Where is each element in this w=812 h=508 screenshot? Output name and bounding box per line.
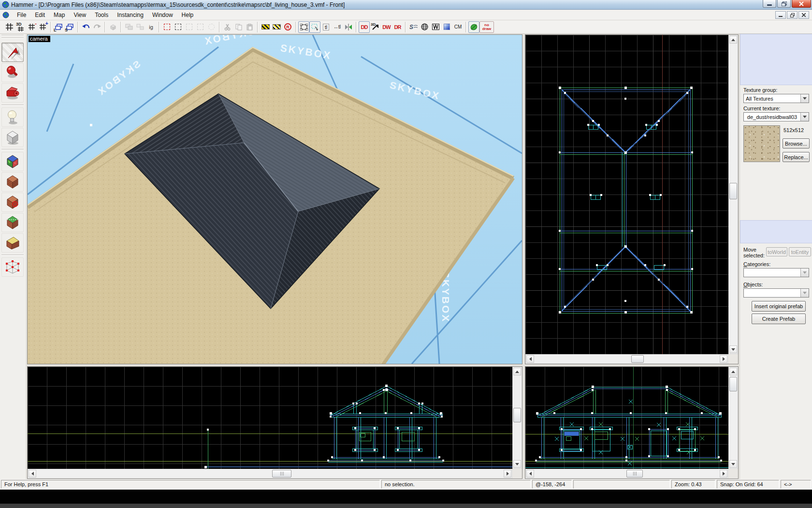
side-view-hscrollbar[interactable] xyxy=(525,469,728,478)
replace-button[interactable]: Replace... xyxy=(783,152,810,162)
entity-tool-button[interactable] xyxy=(1,107,24,127)
copy-button[interactable] xyxy=(233,21,244,33)
show-hidden-button[interactable] xyxy=(184,21,195,33)
run-map-dw-button[interactable]: DW xyxy=(381,21,392,33)
front-view-vscrollbar[interactable] xyxy=(512,367,522,469)
scroll-down-arrow[interactable] xyxy=(729,460,737,468)
foliage-tool-button[interactable] xyxy=(468,21,479,33)
vertex-handle[interactable] xyxy=(90,124,92,126)
insert-original-prefab-button[interactable]: Insert original prefab xyxy=(752,301,806,312)
scroll-left-arrow[interactable] xyxy=(526,470,534,478)
hide-unselected-button[interactable] xyxy=(173,21,184,33)
top-view-vscrollbar[interactable] xyxy=(728,35,738,354)
menu-file[interactable]: File xyxy=(13,10,30,20)
ignore-groups-button[interactable]: ig xyxy=(145,21,157,33)
objects-dropdown[interactable] xyxy=(743,288,809,298)
side-view-vscrollbar[interactable] xyxy=(728,367,738,469)
dropdown-arrow-icon[interactable] xyxy=(800,94,809,103)
viewport-3d-camera[interactable]: camera xyxy=(27,34,522,364)
scroll-thumb[interactable] xyxy=(729,377,737,391)
scroll-left-arrow[interactable] xyxy=(526,355,534,363)
carve-button[interactable] xyxy=(107,21,118,33)
menu-map[interactable]: Map xyxy=(49,10,69,20)
texture-fade-button[interactable] xyxy=(441,21,452,33)
menu-instancing[interactable]: Instancing xyxy=(113,10,148,20)
scroll-right-arrow[interactable] xyxy=(720,470,727,478)
menu-edit[interactable]: Edit xyxy=(30,10,49,20)
viewport-2d-top[interactable] xyxy=(525,34,739,364)
viewport-2d-front[interactable] xyxy=(27,366,522,479)
minimize-button[interactable] xyxy=(763,0,776,8)
load-window-state-button[interactable]: L xyxy=(53,21,64,33)
camera-view-canvas[interactable]: SKYBOX SKYBOX SKYBOX SKYBOX SKYBOX xyxy=(28,35,522,364)
nodraw-button[interactable]: no draw xyxy=(479,21,494,33)
block-tool-button[interactable] xyxy=(1,128,24,147)
side-view-canvas[interactable] xyxy=(525,367,728,469)
undo-button[interactable] xyxy=(80,21,91,33)
toggle-cordon-button[interactable] xyxy=(260,21,271,33)
close-button[interactable] xyxy=(792,0,811,8)
menu-view[interactable]: View xyxy=(69,10,90,20)
run-map-dd-button[interactable]: DD xyxy=(359,21,370,33)
marquee-select-button[interactable] xyxy=(309,21,320,33)
mdi-minimize-button[interactable] xyxy=(775,11,786,19)
show-all-button[interactable] xyxy=(206,21,217,33)
menu-tools[interactable]: Tools xyxy=(90,10,113,20)
apply-decals-tool-button[interactable] xyxy=(1,193,24,212)
top-view-canvas[interactable] xyxy=(525,35,728,354)
create-prefab-button[interactable]: Create Prefab xyxy=(752,314,806,324)
texture-scale-lock-button[interactable]: ↔tl xyxy=(332,21,343,33)
redo-button[interactable] xyxy=(91,21,102,33)
apply-current-texture-tool-button[interactable] xyxy=(1,172,24,192)
scroll-right-arrow[interactable] xyxy=(504,470,511,478)
larger-grid-button[interactable]: + xyxy=(37,21,48,33)
menu-help[interactable]: Help xyxy=(177,10,198,20)
model-browser-button[interactable] xyxy=(419,21,430,33)
smoothing-groups-button[interactable]: S xyxy=(408,21,419,33)
viewport-2d-side[interactable] xyxy=(525,366,739,479)
scroll-thumb[interactable] xyxy=(626,470,643,478)
flip-objects-button[interactable] xyxy=(343,21,354,33)
radius-culling-button[interactable]: R xyxy=(282,21,293,33)
toggle-3d-grid-button[interactable]: 3D xyxy=(15,21,26,33)
top-view-hscrollbar[interactable] xyxy=(525,354,728,364)
scroll-up-arrow[interactable] xyxy=(729,368,737,375)
scroll-down-arrow[interactable] xyxy=(729,345,737,353)
dropdown-arrow-icon[interactable] xyxy=(800,269,809,277)
clipping-tool-button[interactable] xyxy=(1,213,24,232)
scroll-right-arrow[interactable] xyxy=(720,355,727,363)
ungroup-button[interactable] xyxy=(134,21,145,33)
scroll-thumb[interactable] xyxy=(272,470,291,478)
selection-tool-button[interactable] xyxy=(1,43,24,62)
texture-preview[interactable] xyxy=(743,125,780,162)
color-mode-button[interactable]: CM xyxy=(452,21,464,33)
current-texture-dropdown[interactable]: de_dust/residbwall03 xyxy=(743,112,809,121)
morph-tool-button[interactable] xyxy=(1,257,24,277)
texture-application-tool-button[interactable] xyxy=(1,152,24,171)
hide-entities-button[interactable] xyxy=(195,21,206,33)
magnify-tool-button[interactable] xyxy=(1,63,24,82)
to-entity-button[interactable]: toEntity xyxy=(789,247,811,256)
run-map-dr-button[interactable]: DR xyxy=(392,21,403,33)
texture-group-dropdown[interactable]: All Textures xyxy=(743,94,809,103)
vertex-manipulation-tool-button[interactable] xyxy=(1,233,24,253)
mdi-restore-button[interactable] xyxy=(787,11,798,19)
scroll-up-arrow[interactable] xyxy=(729,36,737,44)
menu-window[interactable]: Window xyxy=(148,10,177,20)
texture-lock-button[interactable]: tl xyxy=(320,21,332,33)
scroll-thumb[interactable] xyxy=(513,408,521,422)
paste-button[interactable] xyxy=(244,21,255,33)
status-resize-grip[interactable]: <-> xyxy=(781,480,811,489)
scroll-up-arrow[interactable] xyxy=(513,368,521,375)
mdi-close-button[interactable] xyxy=(798,11,809,19)
front-view-hscrollbar[interactable] xyxy=(28,469,512,478)
select-handles-button[interactable] xyxy=(298,21,309,33)
edit-cordon-button[interactable] xyxy=(271,21,282,33)
scroll-thumb[interactable] xyxy=(631,355,644,363)
scroll-thumb[interactable] xyxy=(729,183,737,199)
restore-button[interactable] xyxy=(777,0,791,8)
dropdown-arrow-icon[interactable] xyxy=(800,289,809,297)
dropdown-arrow-icon[interactable] xyxy=(800,113,809,121)
browse-button[interactable]: Browse... xyxy=(783,138,810,149)
categories-dropdown[interactable] xyxy=(743,268,809,277)
